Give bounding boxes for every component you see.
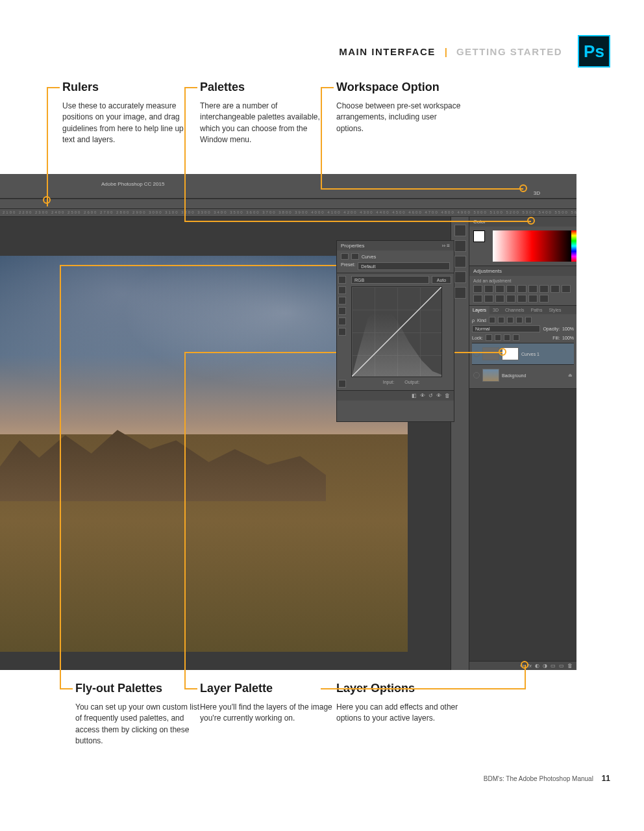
filter-icon[interactable] xyxy=(489,317,495,323)
adjustment-layer-icon[interactable]: ◑ xyxy=(543,663,547,669)
panels-empty-space xyxy=(469,389,576,661)
filter-icon[interactable] xyxy=(516,317,523,323)
curves-tool-icon[interactable] xyxy=(338,286,346,294)
dock-icon[interactable] xyxy=(454,256,466,267)
fill-value[interactable]: 100% xyxy=(562,336,574,340)
adjustment-icon[interactable] xyxy=(562,285,571,293)
visibility-icon[interactable] xyxy=(473,351,480,357)
page-footer: BDM's: The Adobe Photoshop Manual 11 xyxy=(484,774,610,783)
adjustment-icon[interactable] xyxy=(495,295,504,303)
callout-palettes-title: Palettes xyxy=(200,81,330,94)
lock-icon[interactable] xyxy=(504,334,510,341)
color-panel-header[interactable]: Color xyxy=(469,217,576,227)
lock-icon[interactable] xyxy=(513,334,519,341)
horizontal-ruler[interactable]: 2100 2200 2300 2400 2500 2600 2700 2800 … xyxy=(0,209,576,217)
tab-layers[interactable]: Layers xyxy=(469,306,489,314)
fx-icon[interactable]: fx xyxy=(528,663,532,669)
callout-layerpalette: Layer Palette Here you'll find the layer… xyxy=(200,682,343,725)
callout-layeroptions: Layer Options Here you can add effects a… xyxy=(336,682,466,725)
curves-tool-icon[interactable] xyxy=(338,380,346,388)
tab-channels[interactable]: Channels xyxy=(502,306,528,314)
reset-icon[interactable]: ↺ xyxy=(428,393,433,399)
callout-rulers: Rulers Use these to accurately measure p… xyxy=(62,81,192,146)
auto-button[interactable]: Auto xyxy=(432,276,451,284)
curves-tool-icon[interactable] xyxy=(338,307,346,315)
color-swatch[interactable] xyxy=(473,230,485,242)
output-label: Output: xyxy=(404,380,419,384)
page-header: MAIN INTERFACE | GETTING STARTED Ps xyxy=(339,35,610,68)
visibility-icon[interactable] xyxy=(473,372,480,378)
view-icon[interactable]: 👁 xyxy=(420,393,425,399)
lock-icon[interactable] xyxy=(495,334,501,341)
tab-paths[interactable]: Paths xyxy=(528,306,546,314)
layers-lock-row: Lock: Fill: 100% xyxy=(472,334,574,341)
adjustment-icon[interactable] xyxy=(517,285,526,293)
callout-workspace-title: Workspace Option xyxy=(336,81,466,94)
adjustment-icon[interactable] xyxy=(528,285,538,293)
curves-graph-area: RGB Auto Input: Output: xyxy=(349,273,454,390)
input-output-row: Input: Output: xyxy=(351,380,451,384)
new-layer-icon[interactable]: ▭ xyxy=(559,663,564,669)
group-icon[interactable]: ▭ xyxy=(551,663,556,669)
hue-strip[interactable] xyxy=(571,230,576,262)
visibility-icon[interactable]: 👁 xyxy=(436,393,441,399)
callout-flyout: Fly-out Palettes You can set up your own… xyxy=(75,682,205,747)
adjustment-icon[interactable] xyxy=(506,295,515,303)
adjustment-icon[interactable] xyxy=(539,285,549,293)
filter-icon[interactable] xyxy=(507,317,514,323)
layer-item-background[interactable]: Background ⏏ xyxy=(472,364,574,386)
adjustment-icon[interactable] xyxy=(484,295,493,303)
curves-tool-icon[interactable] xyxy=(338,328,346,336)
adjustment-icon[interactable] xyxy=(473,295,482,303)
curves-tool-icon[interactable] xyxy=(338,297,346,304)
lock-icon[interactable] xyxy=(486,334,492,341)
dock-icon[interactable] xyxy=(454,271,466,283)
filter-icon[interactable] xyxy=(525,317,532,323)
color-panel-body[interactable] xyxy=(469,227,576,266)
adjustment-icon[interactable] xyxy=(473,285,482,293)
curves-body: RGB Auto Input: Output: xyxy=(337,273,454,390)
mask-icon[interactable]: ◐ xyxy=(535,663,539,669)
properties-type-row: Curves xyxy=(337,251,454,262)
clip-icon[interactable]: ◧ xyxy=(412,393,417,399)
channel-select[interactable]: RGB xyxy=(351,276,429,284)
preset-select[interactable]: Default xyxy=(358,262,450,270)
dock-icon[interactable] xyxy=(454,287,466,299)
adjustment-icon[interactable] xyxy=(517,295,526,303)
opacity-value[interactable]: 100% xyxy=(562,327,574,331)
workspace-selector[interactable]: 3D xyxy=(534,190,540,196)
preset-row: Preset: Default xyxy=(337,262,454,273)
properties-panel[interactable]: Properties ›› ≡ Curves Preset: Default R… xyxy=(336,240,454,422)
delete-icon[interactable]: 🗑 xyxy=(567,663,573,669)
adjustment-icon[interactable] xyxy=(484,285,493,293)
properties-panel-header[interactable]: Properties ›› ≡ xyxy=(337,241,454,251)
curves-tool-icon[interactable] xyxy=(338,317,346,325)
adjustment-icon[interactable] xyxy=(551,285,560,293)
delete-icon[interactable]: 🗑 xyxy=(445,393,450,399)
blend-mode[interactable]: Normal xyxy=(472,325,540,332)
dock-icon[interactable] xyxy=(454,225,466,236)
tab-3d[interactable]: 3D xyxy=(489,306,502,314)
layer-item-curves[interactable]: Curves 1 xyxy=(472,343,574,364)
adjustment-icon[interactable] xyxy=(506,285,515,293)
link-layers-icon[interactable]: ⇔ xyxy=(520,663,525,669)
callout-palettes-desc: There are a number of interchangeable pa… xyxy=(200,101,330,146)
channel-row: RGB Auto xyxy=(351,276,451,284)
collapse-icon[interactable]: ›› ≡ xyxy=(442,243,450,249)
filter-icon[interactable] xyxy=(498,317,504,323)
tab-styles[interactable]: Styles xyxy=(545,306,564,314)
adjustment-icon[interactable] xyxy=(495,285,504,293)
callout-layeroptions-title: Layer Options xyxy=(336,682,466,695)
color-panel: Color xyxy=(469,217,576,266)
curves-tool-icon[interactable] xyxy=(338,276,346,284)
adjustment-icon[interactable] xyxy=(528,295,538,303)
color-spectrum[interactable] xyxy=(493,230,571,262)
page-number: 11 xyxy=(602,774,610,783)
callout-workspace-desc: Choose between pre-set workspace arrange… xyxy=(336,101,466,134)
adjustments-panel-header[interactable]: Adjustments xyxy=(469,266,576,276)
dock-icon[interactable] xyxy=(454,240,466,252)
curves-graph[interactable] xyxy=(351,286,442,377)
callout-layeroptions-desc: Here you can add effects and other optio… xyxy=(336,702,466,725)
layers-filter-row: ρKind xyxy=(472,317,574,323)
adjustment-icon[interactable] xyxy=(539,295,549,303)
